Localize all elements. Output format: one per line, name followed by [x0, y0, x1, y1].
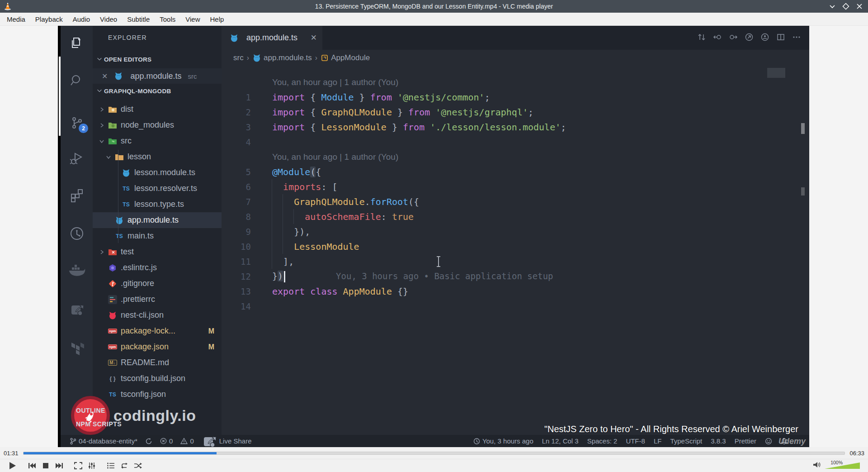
blame-row: You, an hour ago | 1 author (You)	[222, 75, 809, 90]
menu-audio[interactable]: Audio	[68, 13, 95, 25]
status-live-share[interactable]: Live Share	[202, 434, 252, 448]
breadcrumb-src[interactable]: src	[233, 53, 244, 62]
search-icon[interactable]	[61, 73, 93, 88]
menu-media[interactable]: Media	[2, 13, 30, 25]
close-button[interactable]	[854, 1, 865, 11]
status-lf[interactable]: LF	[654, 437, 662, 445]
tree-item-label: test	[121, 247, 134, 257]
chevron-right-icon[interactable]	[98, 122, 105, 129]
open-editor-item[interactable]: ✕ app.module.ts src	[93, 68, 222, 84]
fullscreen-button[interactable]	[71, 460, 85, 472]
tab-app-module[interactable]: app.module.ts ✕	[222, 26, 322, 50]
breadcrumb-appmodule[interactable]: AppModule	[321, 53, 370, 62]
status-label: TypeScript	[670, 437, 702, 445]
video-frame[interactable]: 2 EXPLORER OPEN EDITORS ✕ app.module.ts …	[58, 26, 809, 447]
tree-item-src[interactable]: src	[93, 133, 222, 149]
status-3-8-3[interactable]: 3.8.3	[711, 437, 726, 445]
status-feedback[interactable]	[765, 438, 772, 445]
chevron-down-icon[interactable]	[98, 138, 105, 144]
toggle-blame-icon[interactable]	[760, 33, 769, 43]
explorer-icon[interactable]	[61, 35, 93, 51]
scrollbar-thumb[interactable]	[801, 123, 805, 134]
tree-item--gitignore[interactable]: .gitignore	[93, 276, 222, 291]
tree-item-label: README.md	[121, 358, 169, 367]
status-utf-8[interactable]: UTF-8	[626, 437, 645, 445]
tree-item-lesson-type-ts[interactable]: TSlesson.type.ts	[93, 196, 222, 212]
tree-item-readme-md[interactable]: M↓README.md	[93, 355, 222, 371]
tree-item-app-module-ts[interactable]: app.module.ts	[93, 212, 222, 228]
playlist-button[interactable]	[104, 460, 118, 472]
outline-section-header[interactable]: OUTLINE	[76, 407, 105, 414]
code-line-4: 4	[222, 134, 809, 149]
more-actions-icon[interactable]	[792, 33, 801, 43]
npm-scripts-section-header[interactable]: NPM SCRIPTS	[76, 420, 122, 428]
status-spaces-2[interactable]: Spaces: 2	[587, 437, 618, 445]
code-text: LessonModule	[272, 241, 359, 252]
play-button[interactable]	[5, 460, 20, 472]
extended-settings-button[interactable]	[85, 460, 99, 472]
code-line-14: 14	[222, 299, 809, 314]
tree-item-node-modules[interactable]: node_modules	[93, 117, 222, 133]
next-change-icon[interactable]	[729, 33, 738, 43]
tree-item-dist[interactable]: dist	[93, 101, 222, 117]
terraform-icon[interactable]	[61, 340, 93, 355]
tree-item-package-json[interactable]: npmpackage.jsonM	[93, 339, 222, 355]
project-header[interactable]: GRAPHQL-MONGODB	[96, 87, 171, 95]
random-button[interactable]	[131, 460, 145, 472]
status-typescript[interactable]: TypeScript	[670, 437, 702, 445]
breadcrumb-app-module-ts[interactable]: app.module.ts	[252, 53, 312, 62]
menu-help[interactable]: Help	[205, 13, 229, 25]
tree-item-nest-cli-json[interactable]: nest-cli.json	[93, 307, 222, 323]
chevron-down-icon[interactable]	[105, 154, 112, 160]
menu-tools[interactable]: Tools	[155, 13, 180, 25]
previous-button[interactable]	[25, 460, 39, 472]
status-label: Spaces: 2	[587, 437, 618, 445]
menu-video[interactable]: Video	[95, 13, 122, 25]
status-you-3-hours-ago[interactable]: You, 3 hours ago	[473, 437, 533, 445]
chevron-right-icon[interactable]	[98, 106, 105, 113]
tab-close-icon[interactable]: ✕	[311, 33, 317, 43]
volume-value: 100%	[830, 460, 843, 465]
status-prettier[interactable]: Prettier	[735, 437, 756, 445]
extensions-icon[interactable]	[61, 188, 93, 203]
tree-item-test[interactable]: test	[93, 244, 222, 260]
loop-button[interactable]	[118, 460, 131, 472]
tree-item-lesson-resolver-ts[interactable]: TSlesson.resolver.ts	[93, 181, 222, 196]
status-0[interactable]: 0	[160, 437, 173, 445]
status-ln-12-col-3[interactable]: Ln 12, Col 3	[542, 437, 579, 445]
menu-subtitle[interactable]: Subtitle	[122, 13, 155, 25]
minimize-button[interactable]	[826, 1, 838, 11]
run-and-debug-icon[interactable]	[61, 151, 93, 166]
tree-item-package-lock-[interactable]: npmpackage-lock...M	[93, 323, 222, 339]
tree-item-lesson-module-ts[interactable]: lesson.module.ts	[93, 165, 222, 181]
live-share-icon[interactable]	[61, 302, 93, 317]
status-0[interactable]: 0	[180, 437, 193, 445]
speaker-icon[interactable]	[813, 461, 821, 470]
maximize-button[interactable]	[840, 1, 852, 11]
breadcrumb-label: app.module.ts	[264, 53, 312, 62]
split-editor-icon[interactable]	[776, 33, 785, 43]
folder-dist-icon	[108, 106, 117, 113]
previous-change-icon[interactable]	[713, 33, 722, 43]
tree-item--prettierrc[interactable]: .prettierrc	[93, 291, 222, 307]
tree-item-lesson[interactable]: lesson	[93, 149, 222, 165]
stop-button[interactable]	[39, 460, 52, 472]
next-button[interactable]	[52, 460, 66, 472]
chevron-right-icon[interactable]	[98, 249, 105, 255]
tree-item--eslintrc-js[interactable]: .eslintrc.js	[93, 260, 222, 276]
open-changes-icon[interactable]	[697, 33, 706, 43]
tree-item-main-ts[interactable]: TSmain.ts	[93, 228, 222, 244]
test-explorer-icon[interactable]	[61, 226, 93, 241]
menu-playback[interactable]: Playback	[30, 13, 68, 25]
tree-item-tsconfig-build-json[interactable]: { }tsconfig.build.json	[93, 371, 222, 386]
code-editor[interactable]: You, an hour ago | 1 author (You)1import…	[222, 75, 809, 314]
docker-icon[interactable]	[61, 264, 93, 277]
status-sync[interactable]	[145, 438, 152, 445]
menu-view[interactable]: View	[180, 13, 205, 25]
seek-slider[interactable]	[23, 452, 845, 455]
open-editors-header[interactable]: OPEN EDITORS	[96, 56, 151, 63]
open-revision-icon[interactable]	[745, 33, 754, 43]
status-04-database-entity-[interactable]: 04-database-entity*	[70, 437, 137, 445]
controls-row: 100%	[0, 459, 868, 472]
close-icon[interactable]: ✕	[102, 72, 108, 81]
